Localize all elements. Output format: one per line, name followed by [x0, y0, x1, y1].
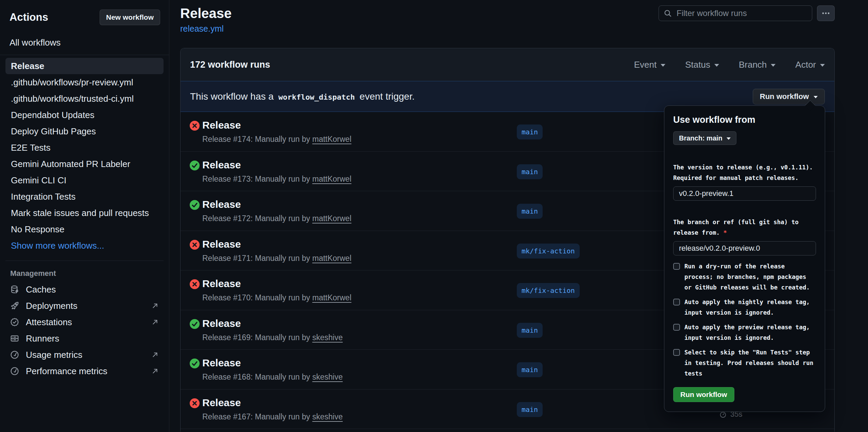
- external-link-icon: [151, 318, 159, 326]
- sidebar-item-dependabot-updates[interactable]: Dependabot Updates: [5, 107, 164, 123]
- status-failure-icon: [189, 120, 200, 131]
- run-actor-link[interactable]: mattKorwel: [312, 135, 351, 144]
- branch-select-button[interactable]: Branch: main: [673, 131, 736, 145]
- workflow-list: Release .github/workflows/pr-review.yml …: [0, 58, 169, 237]
- run-actor-link[interactable]: mattKorwel: [312, 254, 351, 263]
- preview-tag-checkbox[interactable]: [673, 324, 680, 331]
- branch-badge[interactable]: mk/fix-action: [517, 244, 580, 259]
- filter-actor-dropdown[interactable]: Actor: [795, 60, 825, 70]
- branch-badge[interactable]: main: [517, 402, 543, 417]
- run-actor-link[interactable]: mattKorwel: [312, 293, 351, 302]
- preview-tag-checkbox-label: Auto apply the preview release tag, inpu…: [684, 322, 810, 343]
- sidebar-item-gemini-cli-ci[interactable]: Gemini CLI CI: [5, 172, 164, 188]
- external-link-icon: [151, 302, 159, 310]
- filter-branch-dropdown[interactable]: Branch: [739, 60, 776, 70]
- ref-field-description: The branch or ref (full git sha) to rele…: [673, 206, 816, 238]
- run-actor-link[interactable]: skeshive: [312, 412, 342, 421]
- nightly-tag-checkbox-row: Auto apply the nightly release tag, inpu…: [673, 297, 816, 318]
- page-title: Actions: [10, 11, 48, 23]
- sidebar-item-mark-stale[interactable]: Mark stale issues and pull requests: [5, 205, 164, 221]
- version-input[interactable]: [673, 186, 816, 201]
- status-success-icon: [189, 160, 200, 171]
- show-more-workflows-link[interactable]: Show more workflows...: [0, 237, 169, 254]
- branch-badge[interactable]: main: [517, 362, 543, 377]
- status-failure-icon: [189, 279, 200, 289]
- status-failure-icon: [189, 239, 200, 250]
- run-title-link[interactable]: Release: [202, 199, 241, 210]
- run-actor-link[interactable]: skeshive: [312, 333, 342, 342]
- chevron-down-icon: [714, 64, 719, 67]
- branch-badge[interactable]: main: [517, 164, 543, 179]
- run-title-link[interactable]: Release: [202, 397, 241, 409]
- dry-run-checkbox[interactable]: [673, 263, 680, 270]
- divider: [5, 261, 164, 261]
- branch-badge[interactable]: mk/fix-action: [517, 283, 580, 298]
- run-subtitle-text: Release #170: Manually run by: [202, 293, 310, 302]
- dry-run-checkbox-row: Run a dry-run of the release process; no…: [673, 261, 816, 293]
- run-title-link[interactable]: Release: [202, 278, 241, 289]
- skip-tests-checkbox-row: Select to skip the "Run Tests" step in t…: [673, 347, 816, 379]
- run-actor-link[interactable]: skeshive: [312, 372, 342, 381]
- sidebar-item-e2e-tests[interactable]: E2E Tests: [5, 139, 164, 156]
- filter-workflow-runs-box: [659, 5, 812, 21]
- server-icon: [10, 334, 19, 343]
- run-subtitle: Release #169: Manually run by skeshive: [202, 333, 343, 342]
- filter-workflow-runs-input[interactable]: [676, 8, 807, 18]
- run-title-link[interactable]: Release: [202, 357, 241, 369]
- meter-icon: [10, 367, 19, 376]
- run-subtitle: Release #168: Manually run by skeshive: [202, 372, 343, 382]
- run-title-link[interactable]: Release: [202, 238, 241, 250]
- run-workflow-submit-button[interactable]: Run workflow: [673, 387, 734, 402]
- run-title-link[interactable]: Release: [202, 159, 241, 171]
- workflow-file-link[interactable]: release.yml: [180, 24, 224, 34]
- branch-badge[interactable]: main: [517, 124, 543, 139]
- run-subtitle: Release #174: Manually run by mattKorwel: [202, 135, 352, 144]
- status-success-icon: [189, 319, 200, 329]
- run-actor-link[interactable]: mattKorwel: [312, 175, 351, 183]
- nightly-tag-checkbox[interactable]: [673, 299, 680, 305]
- sidebar-item-no-response[interactable]: No Response: [5, 221, 164, 237]
- branch-badge[interactable]: main: [517, 204, 543, 219]
- sidebar-item-release[interactable]: Release: [5, 58, 164, 74]
- external-link-icon: [151, 351, 159, 359]
- run-subtitle: Release #170: Manually run by mattKorwel: [202, 293, 352, 302]
- external-link-icon: [151, 367, 159, 375]
- sidebar-item-usage-metrics[interactable]: Usage metrics: [0, 347, 169, 363]
- sidebar-item-deploy-github-pages[interactable]: Deploy GitHub Pages: [5, 123, 164, 139]
- sidebar-item-trusted-ci[interactable]: .github/workflows/trusted-ci.yml: [5, 90, 164, 107]
- sidebar-item-integration-tests[interactable]: Integration Tests: [5, 188, 164, 205]
- event-trigger-code: workflow_dispatch: [276, 93, 357, 101]
- sidebar-item-caches[interactable]: Caches: [0, 281, 169, 298]
- branch-badge[interactable]: main: [517, 323, 543, 338]
- workflow-options-kebab-button[interactable]: [817, 5, 835, 21]
- search-icon: [664, 9, 672, 17]
- sidebar-item-deployments[interactable]: Deployments: [0, 298, 169, 314]
- divider: [0, 55, 169, 55]
- run-title-link[interactable]: Release: [202, 119, 241, 131]
- skip-tests-checkbox-label: Select to skip the "Run Tests" step in t…: [684, 347, 813, 379]
- sidebar-item-gemini-pr-labeler[interactable]: Gemini Automated PR Labeler: [5, 156, 164, 172]
- sidebar-item-all-workflows[interactable]: All workflows: [0, 37, 169, 48]
- run-subtitle-text: Release #173: Manually run by: [202, 175, 310, 183]
- rocket-icon: [10, 301, 19, 310]
- run-subtitle: Release #173: Manually run by mattKorwel: [202, 175, 352, 184]
- skip-tests-checkbox[interactable]: [673, 349, 680, 356]
- run-actor-link[interactable]: mattKorwel: [312, 214, 351, 223]
- new-workflow-button[interactable]: New workflow: [100, 10, 160, 25]
- chevron-down-icon: [820, 64, 825, 67]
- ref-input[interactable]: [673, 241, 816, 255]
- sidebar-item-attestations[interactable]: Attestations: [0, 314, 169, 330]
- filter-status-dropdown[interactable]: Status: [685, 60, 719, 70]
- popover-heading: Use workflow from: [673, 115, 816, 125]
- sidebar-item-performance-metrics[interactable]: Performance metrics: [0, 363, 169, 379]
- status-success-icon: [189, 358, 200, 369]
- status-success-icon: [189, 200, 200, 210]
- sidebar-item-pr-review[interactable]: .github/workflows/pr-review.yml: [5, 74, 164, 90]
- runs-panel-header: 172 workflow runs Event Status Branch Ac…: [181, 48, 834, 81]
- run-workflow-popover: Use workflow from Branch: main The versi…: [664, 105, 825, 412]
- run-workflow-dropdown-button[interactable]: Run workflow: [753, 89, 825, 104]
- status-failure-icon: [189, 398, 200, 409]
- run-title-link[interactable]: Release: [202, 318, 241, 329]
- filter-event-dropdown[interactable]: Event: [634, 60, 666, 70]
- sidebar-item-runners[interactable]: Runners: [0, 330, 169, 347]
